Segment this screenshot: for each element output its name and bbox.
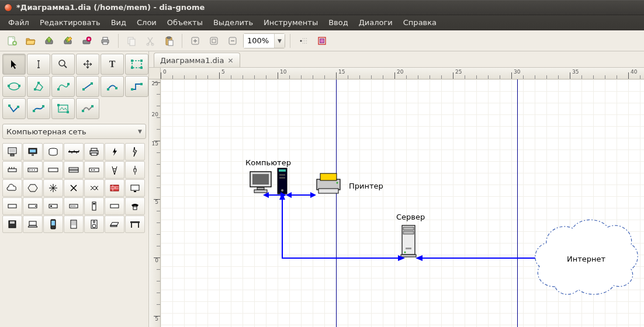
- label-printer[interactable]: Принтер: [349, 182, 383, 190]
- tab-close-icon[interactable]: ✕: [227, 57, 233, 65]
- menu-help[interactable]: Справка: [399, 16, 441, 29]
- menu-edit[interactable]: Редактировать: [35, 16, 105, 29]
- stencil-tower[interactable]: [84, 197, 104, 215]
- svg-point-67: [91, 169, 92, 171]
- stencil-firewall[interactable]: [105, 179, 124, 197]
- cut-button[interactable]: [142, 33, 158, 49]
- tool-zoom[interactable]: [51, 54, 75, 75]
- tool-zigzag[interactable]: [125, 76, 148, 97]
- stencil-box1[interactable]: [2, 197, 22, 215]
- svg-rect-18: [210, 37, 217, 44]
- tool-bezier[interactable]: [27, 98, 50, 119]
- svg-point-108: [337, 182, 338, 184]
- stencil-cloud[interactable]: [2, 179, 22, 197]
- toolbar-separator: [182, 34, 182, 48]
- tool-line[interactable]: [76, 76, 99, 97]
- stencil-plug[interactable]: [125, 161, 145, 179]
- new-file-button[interactable]: [4, 33, 20, 49]
- tool-scroll[interactable]: [76, 54, 99, 75]
- snap-object-button[interactable]: [314, 33, 330, 49]
- stencil-laptop[interactable]: [23, 215, 43, 233]
- stencil-patch[interactable]: [84, 179, 104, 197]
- zoom-combo[interactable]: ▼: [243, 33, 285, 48]
- stencil-box2[interactable]: [23, 197, 43, 215]
- shape-printer[interactable]: [314, 171, 343, 196]
- stencil-display[interactable]: [125, 179, 145, 197]
- label-internet[interactable]: Интернет: [567, 255, 605, 263]
- stencil-hub[interactable]: [43, 161, 63, 179]
- document-tab[interactable]: Диаграмма1.dia ✕: [154, 53, 240, 67]
- menu-layers[interactable]: Слои: [132, 16, 161, 29]
- stencil-router[interactable]: [43, 179, 63, 197]
- stencil-ethernet[interactable]: [64, 143, 84, 161]
- menu-file[interactable]: Файл: [4, 16, 34, 29]
- stencil-cross[interactable]: [64, 179, 84, 197]
- tool-ellipse[interactable]: [2, 76, 26, 97]
- stencil-computer[interactable]: [2, 143, 22, 161]
- tool-polyline[interactable]: [2, 98, 26, 119]
- shape-sheet-selector[interactable]: Компьютерная сеть ▼: [2, 124, 146, 139]
- svg-rect-88: [71, 221, 76, 225]
- stencil-speaker[interactable]: [84, 215, 104, 233]
- stencil-disk[interactable]: [2, 215, 22, 233]
- snap-grid-button[interactable]: [295, 33, 311, 49]
- open-file-button[interactable]: [22, 33, 39, 49]
- export-button[interactable]: [78, 33, 95, 49]
- zoom-in-button[interactable]: [187, 33, 203, 49]
- menu-view[interactable]: Вид: [106, 16, 131, 29]
- vertical-ruler[interactable]: 25 20 15 5 0 5: [149, 79, 161, 327]
- zoom-fit-button[interactable]: [206, 33, 222, 49]
- menu-dialogs[interactable]: Диалоги: [354, 16, 397, 29]
- save-button[interactable]: [41, 33, 57, 49]
- save-as-button[interactable]: [60, 33, 76, 49]
- menu-input[interactable]: Ввод: [324, 16, 353, 29]
- window-close-button[interactable]: [5, 4, 12, 11]
- stencil-printer[interactable]: [84, 143, 104, 161]
- tool-text[interactable]: T: [101, 54, 124, 75]
- stencil-node[interactable]: [2, 161, 22, 179]
- stencil-box4[interactable]: [64, 197, 84, 215]
- connector-zigzag[interactable]: [278, 194, 406, 264]
- tool-beziergon[interactable]: [51, 76, 75, 97]
- stencil-switch[interactable]: [23, 161, 43, 179]
- copy-button[interactable]: [123, 33, 140, 49]
- stencil-lightning[interactable]: [125, 143, 145, 161]
- tab-label: Диаграмма1.dia: [160, 56, 224, 65]
- ruler-v-label: 5: [155, 316, 158, 322]
- tool-outline[interactable]: [76, 98, 99, 119]
- print-button[interactable]: [97, 33, 113, 49]
- stencil-rack[interactable]: [64, 161, 84, 179]
- tool-image[interactable]: [51, 98, 75, 119]
- horizontal-ruler[interactable]: 0 5 10 15 20 25 30 35 40: [161, 68, 644, 79]
- stencil-box3[interactable]: [43, 197, 63, 215]
- svg-point-30: [9, 83, 19, 90]
- stencil-desk[interactable]: [125, 215, 145, 233]
- tool-polygon[interactable]: [27, 76, 50, 97]
- label-computer[interactable]: Компьютер: [245, 158, 291, 167]
- stencil-flash[interactable]: [105, 143, 124, 161]
- stencil-box5[interactable]: [105, 197, 124, 215]
- connector-arrow[interactable]: [416, 253, 544, 263]
- stencil-modem[interactable]: [84, 161, 104, 179]
- zoom-dropdown-button[interactable]: ▼: [274, 34, 285, 48]
- tool-box[interactable]: [125, 54, 148, 75]
- stencil-scanner[interactable]: [105, 215, 124, 233]
- zoom-out-button[interactable]: [224, 33, 241, 49]
- stencil-pda[interactable]: [64, 215, 84, 233]
- stencil-antenna[interactable]: [105, 161, 124, 179]
- drawing-canvas[interactable]: Компьютер: [161, 79, 644, 327]
- tool-pointer[interactable]: [2, 54, 26, 75]
- tool-arc[interactable]: [101, 76, 124, 97]
- svg-rect-61: [91, 153, 97, 155]
- paste-button[interactable]: [161, 33, 177, 49]
- stencil-storage[interactable]: [43, 143, 63, 161]
- menu-objects[interactable]: Объекты: [162, 16, 207, 29]
- stencil-phone[interactable]: [125, 197, 145, 215]
- stencil-mobile[interactable]: [43, 215, 63, 233]
- tool-text-cursor[interactable]: [27, 54, 50, 75]
- stencil-monitor[interactable]: [23, 143, 43, 161]
- stencil-hexagon[interactable]: [23, 179, 43, 197]
- menu-select[interactable]: Выделить: [209, 16, 258, 29]
- menu-tools[interactable]: Инструменты: [259, 16, 323, 29]
- zoom-input[interactable]: [244, 34, 274, 48]
